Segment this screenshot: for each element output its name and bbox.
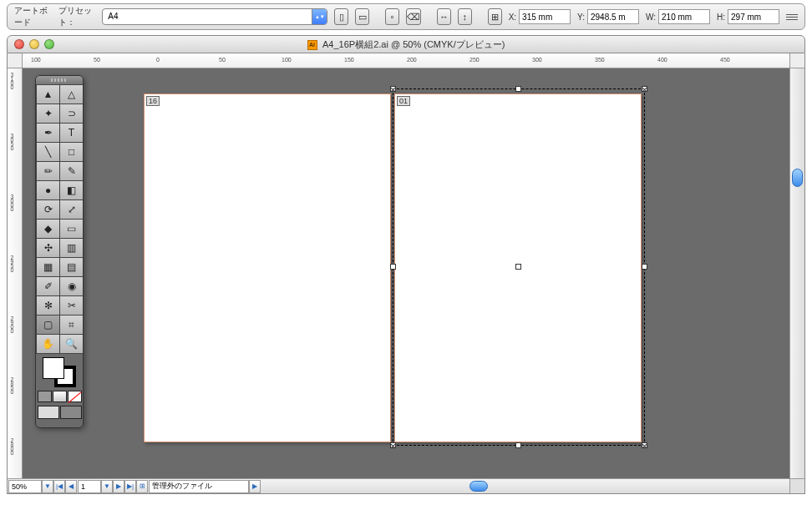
vertical-ruler[interactable]: 3100305030002950290028502800 [8, 68, 23, 478]
panel-menu-icon[interactable] [786, 14, 798, 20]
fill-stroke-control[interactable] [43, 357, 76, 387]
direct-selection-tool[interactable]: △ [60, 85, 83, 104]
close-window-button[interactable] [14, 39, 24, 49]
fill-swatch[interactable] [43, 357, 64, 379]
full-screen-button[interactable] [60, 406, 82, 419]
minimize-window-button[interactable] [29, 39, 39, 49]
resize-grip[interactable] [789, 478, 804, 493]
tools-panel-header[interactable] [36, 76, 83, 84]
new-artboard-button[interactable]: ▫ [385, 8, 399, 25]
warp-tool[interactable]: ◆ [37, 220, 59, 238]
artboard-options-button[interactable]: ↕ [458, 8, 472, 25]
slice-tool[interactable]: ⌗ [60, 316, 83, 334]
status-menu-button[interactable]: ▶ [249, 480, 261, 493]
slice-knife-tool[interactable]: ✂ [60, 296, 83, 315]
ruler-origin[interactable] [8, 53, 23, 68]
selection-handle-tr[interactable] [642, 86, 647, 92]
wand-tool[interactable]: ✦ [37, 104, 59, 123]
tools-panel[interactable]: ▲△✦⊃✒T╲□✏✎●◧⟳⤢◆▭✣▥▦▤✐◉✻✂▢⌗✋🔍 [35, 75, 84, 428]
ruler-tick: 3100 [9, 72, 15, 88]
eraser-tool[interactable]: ◧ [60, 181, 83, 199]
selection-handle-bm[interactable] [515, 442, 521, 448]
hand-tool[interactable]: ✋ [37, 335, 59, 353]
vertical-scroll-thumb[interactable] [792, 169, 803, 187]
delete-artboard-button[interactable]: ⌫ [406, 8, 421, 25]
ai-file-icon: Ai [307, 40, 317, 50]
next-artboard-button[interactable]: ▶ [113, 480, 124, 493]
selection-handle-br[interactable] [642, 442, 647, 448]
y-input[interactable] [587, 9, 639, 24]
lasso-tool[interactable]: ⊃ [60, 104, 83, 123]
gradient-tool[interactable]: ▤ [60, 258, 83, 276]
ruler-tick: 300 [532, 57, 542, 63]
selection-handle-tl[interactable] [390, 86, 396, 92]
y-label: Y: [577, 13, 585, 22]
artboard-spread: 16 01 [144, 93, 645, 444]
symbol-tool[interactable]: ✣ [37, 239, 59, 257]
status-aux-button[interactable]: ⊞ [136, 480, 148, 493]
ruler-tick: 150 [344, 57, 354, 63]
blend-tool[interactable]: ◉ [60, 277, 83, 295]
gradient-mode-button[interactable] [53, 391, 67, 402]
first-artboard-button[interactable]: |◀ [53, 480, 65, 493]
scale-tool[interactable]: ⤢ [60, 200, 83, 219]
brush-tool[interactable]: ✏ [37, 162, 59, 180]
ruler-tick: 50 [219, 57, 226, 63]
canvas[interactable]: 16 01 [23, 68, 789, 478]
color-mode-button[interactable] [38, 391, 52, 402]
ruler-tick: 350 [595, 57, 605, 63]
ruler-tick: 2950 [9, 255, 15, 271]
h-input[interactable] [728, 9, 779, 24]
preset-arrows-icon[interactable]: ▲▼ [312, 9, 327, 24]
prev-artboard-button[interactable]: ◀ [65, 480, 77, 493]
ruler-tick: 250 [469, 57, 480, 63]
orientation-portrait-button[interactable]: ▯ [334, 8, 348, 25]
selection-handle-center[interactable] [515, 264, 521, 270]
graph-tool[interactable]: ▥ [60, 239, 83, 257]
artboard-name-button[interactable]: ↔ [437, 8, 451, 25]
zoom-tool[interactable]: 🔍 [60, 335, 83, 353]
mesh-tool[interactable]: ▦ [37, 258, 59, 276]
spray-tool[interactable]: ✻ [37, 296, 59, 315]
blob-tool[interactable]: ● [37, 181, 59, 199]
last-artboard-button[interactable]: ▶| [124, 480, 136, 493]
selection-handle-ml[interactable] [390, 264, 396, 270]
pen-tool[interactable]: ✒ [37, 124, 59, 142]
preset-label: プリセット： [58, 5, 96, 28]
vertical-scrollbar[interactable] [789, 68, 804, 478]
artboard-tool[interactable]: ▢ [37, 316, 59, 334]
free-transform-tool[interactable]: ▭ [60, 220, 83, 238]
w-input[interactable] [658, 9, 710, 24]
zoom-field[interactable]: 50% [8, 480, 42, 493]
reference-point-button[interactable]: ⊞ [488, 8, 502, 25]
rotate-tool[interactable]: ⟳ [37, 200, 59, 219]
window-title: Ai A4_16P横組2.ai @ 50% (CMYK/プレビュー) [8, 38, 804, 51]
layer-status-field[interactable]: 管理外のファイル [149, 480, 249, 493]
eyedrop-tool[interactable]: ✐ [37, 277, 59, 295]
artboard-toolbar: アートボード プリセット： A4 ▲▼ ▯ ▭ ▫ ⌫ ↔ ↕ ⊞ X: Y: … [7, 3, 805, 30]
window-titlebar[interactable]: Ai A4_16P横組2.ai @ 50% (CMYK/プレビュー) [7, 35, 805, 53]
pencil-tool[interactable]: ✎ [60, 162, 83, 180]
current-artboard-field[interactable]: 1 [78, 480, 101, 493]
x-input[interactable] [519, 9, 571, 24]
artboard-selection[interactable] [393, 88, 645, 446]
orientation-landscape-button[interactable]: ▭ [355, 8, 369, 25]
zoom-menu-button[interactable]: ▼ [42, 480, 53, 493]
preset-select[interactable]: A4 ▲▼ [102, 8, 327, 25]
horizontal-scroll-thumb[interactable] [469, 481, 488, 492]
none-mode-button[interactable] [68, 391, 82, 402]
type-tool[interactable]: T [60, 124, 83, 142]
artboard-page-left[interactable]: 16 [144, 93, 391, 442]
zoom-window-button[interactable] [44, 39, 54, 49]
selection-handle-bl[interactable] [390, 442, 396, 448]
rect-tool[interactable]: □ [60, 143, 83, 161]
line-tool[interactable]: ╲ [37, 143, 59, 161]
artboard-menu-button[interactable]: ▼ [101, 480, 113, 493]
selection-tool[interactable]: ▲ [37, 85, 59, 104]
ruler-tick: 50 [94, 57, 100, 63]
horizontal-ruler[interactable]: 10050050100150200250300350400450 [23, 53, 789, 68]
ruler-tick: 3000 [9, 194, 15, 210]
selection-handle-tm[interactable] [515, 86, 521, 92]
selection-handle-mr[interactable] [642, 264, 647, 270]
normal-screen-button[interactable] [38, 406, 59, 419]
